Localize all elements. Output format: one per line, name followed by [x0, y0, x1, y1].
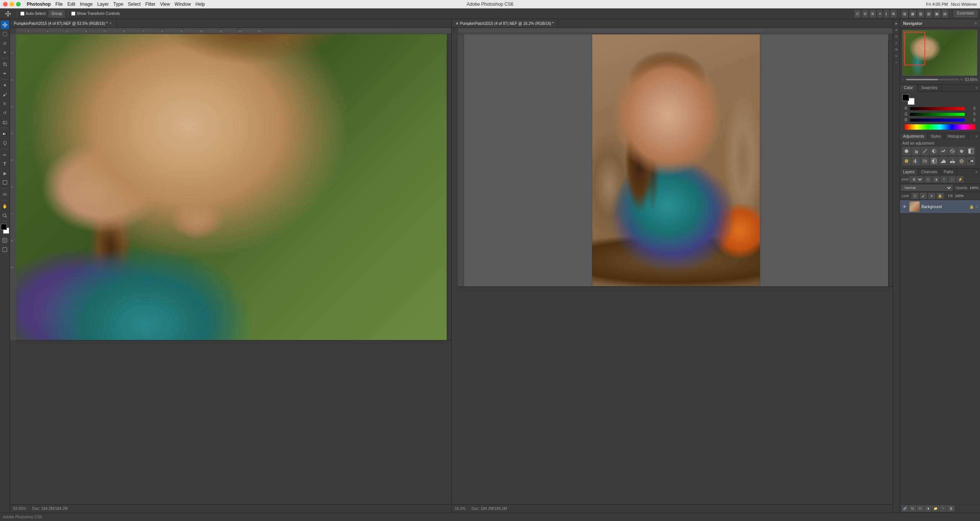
color-panel-menu[interactable]: ≡: [973, 85, 980, 91]
clone-btn[interactable]: ⎘: [1, 99, 9, 108]
eraser-btn[interactable]: [1, 118, 9, 126]
layer-background[interactable]: 👁 Background 🔒 ⊡: [900, 200, 980, 213]
color-spectrum-bar[interactable]: [905, 124, 975, 130]
kind-pixel-btn[interactable]: ⊡: [924, 176, 931, 182]
auto-select-input[interactable]: [20, 11, 24, 16]
align-btn-5[interactable]: ⫿: [884, 10, 889, 18]
colorbalance-adj-btn[interactable]: [957, 147, 966, 155]
shape-btn[interactable]: [1, 178, 9, 187]
align-btn-2[interactable]: ⊟: [862, 10, 868, 18]
menu-select[interactable]: Select: [126, 1, 142, 7]
healing-btn[interactable]: ✚: [1, 81, 9, 90]
zoom-button[interactable]: [16, 2, 21, 7]
auto-select-type[interactable]: Group: [49, 10, 65, 18]
align-btn-6[interactable]: ⊠: [890, 10, 897, 18]
menu-image[interactable]: Image: [78, 1, 94, 7]
blackwhite-adj-btn[interactable]: [967, 147, 975, 155]
minimize-button[interactable]: [10, 2, 14, 7]
levels-adj-btn[interactable]: [911, 147, 920, 155]
right-scrollbar-v[interactable]: [888, 40, 893, 287]
lasso-tool-btn[interactable]: ⊙: [1, 39, 9, 47]
layer-options-btn[interactable]: ⊡: [975, 205, 978, 208]
rt-btn-2[interactable]: ⊕: [894, 27, 899, 33]
nav-zoom-in-icon[interactable]: +: [960, 77, 963, 82]
menu-layer[interactable]: Layer: [96, 1, 110, 7]
distribute-btn-3[interactable]: ▨: [918, 10, 924, 18]
menu-edit[interactable]: Edit: [66, 1, 77, 7]
kind-shape-btn[interactable]: □: [949, 176, 956, 182]
huesat-adj-btn[interactable]: [948, 147, 957, 155]
adj-tab-styles[interactable]: Styles: [928, 133, 944, 140]
invert-btn[interactable]: [930, 157, 938, 165]
menu-window[interactable]: Window: [173, 1, 193, 7]
curves-adj-btn[interactable]: [921, 147, 929, 155]
rt-btn-7[interactable]: ≡: [894, 60, 899, 65]
layer-style-btn[interactable]: fx: [909, 505, 916, 511]
menu-file[interactable]: File: [54, 1, 64, 7]
right-scrollbar-h[interactable]: [458, 287, 893, 291]
close-button[interactable]: [3, 2, 8, 7]
hand-btn[interactable]: ✋: [1, 202, 9, 210]
transform-controls-checkbox[interactable]: Show Transform Controls: [71, 11, 120, 16]
move-tool-btn[interactable]: [1, 21, 9, 29]
left-scrollbar-v[interactable]: [447, 40, 451, 340]
r-slider[interactable]: [910, 107, 965, 110]
lock-position-btn[interactable]: ⊕: [928, 193, 935, 199]
navigator-menu-icon[interactable]: ≡: [975, 21, 977, 25]
brightness-adj-btn[interactable]: [902, 147, 911, 155]
distribute-btn-4[interactable]: ▧: [926, 10, 932, 18]
menu-type[interactable]: Type: [112, 1, 125, 7]
color-tab[interactable]: Color: [900, 85, 917, 92]
nav-zoom-slider[interactable]: [906, 79, 959, 80]
g-slider[interactable]: [910, 113, 965, 116]
rt-btn-1[interactable]: ▶: [894, 21, 899, 26]
adj-tab-histogram[interactable]: Histogram: [944, 133, 969, 140]
layer-new-btn[interactable]: +: [940, 505, 947, 511]
lock-transparent-btn[interactable]: ⊡: [911, 193, 918, 199]
path-select-btn[interactable]: ▶: [1, 169, 9, 177]
channel-mixer-btn[interactable]: [911, 157, 920, 165]
menu-filter[interactable]: Filter: [144, 1, 157, 7]
marquee-tool-btn[interactable]: [1, 30, 9, 38]
blend-mode-select[interactable]: Normal: [902, 185, 952, 191]
left-doc-close[interactable]: ✕: [109, 21, 112, 25]
distribute-btn-5[interactable]: ▩: [934, 10, 940, 18]
rt-btn-4[interactable]: A: [894, 40, 899, 46]
type-btn[interactable]: T: [1, 160, 9, 168]
3d-btn[interactable]: 3D: [1, 190, 9, 199]
rt-btn-3[interactable]: ⊟: [894, 34, 899, 39]
left-canvas-bg[interactable]: [16, 34, 447, 340]
layer-delete-btn[interactable]: 🗑: [947, 505, 954, 511]
align-btn-4[interactable]: ≡: [877, 10, 882, 18]
b-slider[interactable]: [910, 119, 965, 122]
lock-image-btn[interactable]: 🖌: [920, 193, 927, 199]
essentials-button[interactable]: Essentials: [953, 10, 978, 17]
history-brush-btn[interactable]: ↺: [1, 109, 9, 117]
quick-mask-btn[interactable]: [1, 236, 9, 244]
brush-btn[interactable]: 🖌: [1, 90, 9, 99]
swatches-tab[interactable]: Swatches: [917, 85, 942, 91]
align-btn-3[interactable]: ⊞: [870, 10, 876, 18]
exposure-adj-btn[interactable]: [930, 147, 938, 155]
vibrance-adj-btn[interactable]: [939, 147, 947, 155]
kind-smart-btn[interactable]: ⚡: [957, 176, 964, 182]
left-doc-tab[interactable]: PumpkinPatch2015 (4 of 87).NEF @ 53.5% (…: [10, 19, 116, 28]
fg-color-swatch[interactable]: [1, 224, 7, 230]
threshold-btn[interactable]: [948, 157, 957, 165]
pen-btn[interactable]: ✏: [1, 151, 9, 159]
distribute-btn-1[interactable]: ▥: [902, 10, 908, 18]
left-scrollbar-h[interactable]: [16, 340, 451, 345]
quick-select-btn[interactable]: ✦: [1, 48, 9, 57]
fg-color-display[interactable]: [902, 94, 909, 101]
layer-link-btn[interactable]: 🔗: [902, 505, 908, 511]
paths-tab[interactable]: Paths: [941, 169, 957, 175]
distribute-btn-2[interactable]: ▦: [910, 10, 916, 18]
layer-group-btn[interactable]: 📁: [932, 505, 939, 511]
layer-mask-btn[interactable]: ⊟: [917, 505, 924, 511]
rt-btn-6[interactable]: ⊡: [894, 53, 899, 59]
adj-panel-menu[interactable]: ≡: [973, 133, 980, 140]
gradient-map-btn[interactable]: [967, 157, 975, 165]
crop-tool-btn[interactable]: [1, 60, 9, 68]
screen-mode-btn[interactable]: [1, 245, 9, 254]
eyedropper-btn[interactable]: ✒: [1, 69, 9, 78]
